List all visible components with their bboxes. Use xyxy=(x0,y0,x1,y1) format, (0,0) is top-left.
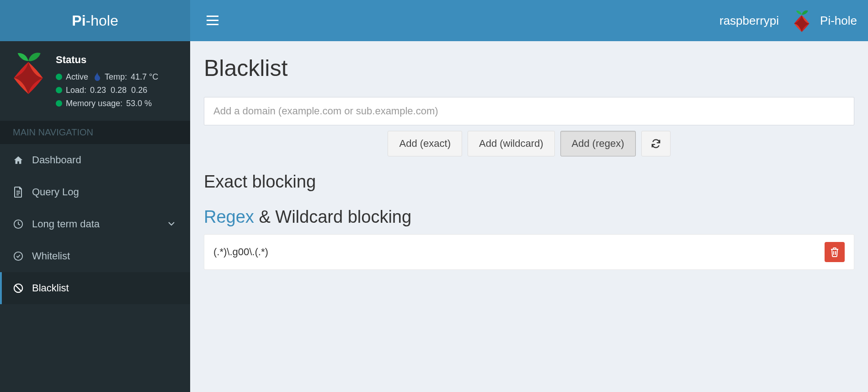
sidebar-item-querylog[interactable]: Query Log xyxy=(0,176,190,208)
status-line-active: Active Temp: 41.7 °C xyxy=(56,70,158,84)
hamburger-icon xyxy=(207,16,218,26)
load-value: 0.23 0.28 0.26 xyxy=(90,84,147,97)
regex-heading-rest: & Wildcard blocking xyxy=(254,207,411,226)
navbar-right: raspberrypi Pi-hole xyxy=(719,9,857,32)
load-label: Load: xyxy=(66,84,86,97)
appname-label: Pi-hole xyxy=(820,14,857,28)
refresh-icon xyxy=(651,139,661,149)
mem-label: Memory usage: xyxy=(66,97,122,110)
status-dot-icon xyxy=(56,100,62,107)
svg-point-7 xyxy=(14,252,22,260)
temp-value: 41.7 °C xyxy=(131,70,158,84)
svg-rect-2 xyxy=(207,24,218,25)
svg-rect-0 xyxy=(207,16,218,17)
content: Blacklist Add (exact) Add (wildcard) Add… xyxy=(190,41,868,392)
sidebar-item-dashboard[interactable]: Dashboard xyxy=(0,144,190,176)
check-circle-icon xyxy=(13,251,24,261)
sidebar-item-label: Blacklist xyxy=(32,282,69,294)
regex-link[interactable]: Regex xyxy=(204,207,254,226)
pihole-logo-icon xyxy=(9,49,48,95)
regex-section-heading: Regex & Wildcard blocking xyxy=(204,207,854,227)
mem-value: 53.0 % xyxy=(126,97,152,110)
sidebar-item-label: Query Log xyxy=(32,186,79,198)
sidebar: Status Active Temp: 41.7 °C Load: 0.23 0… xyxy=(0,41,190,392)
domain-input[interactable] xyxy=(204,97,854,125)
delete-entry-button[interactable] xyxy=(825,242,845,262)
status-dot-icon xyxy=(56,87,62,93)
fire-icon xyxy=(94,72,101,81)
chevron-down-icon xyxy=(168,222,175,226)
exact-section-heading: Exact blocking xyxy=(204,172,854,192)
sidebar-item-blacklist[interactable]: Blacklist xyxy=(0,272,190,304)
status-title: Status xyxy=(56,54,158,66)
top-navbar: raspberrypi Pi-hole xyxy=(190,0,868,41)
refresh-button[interactable] xyxy=(641,131,671,156)
trash-icon xyxy=(830,247,839,257)
hostname-label[interactable]: raspberrypi xyxy=(719,14,779,28)
sidebar-item-longterm[interactable]: Long term data xyxy=(0,208,190,240)
svg-rect-1 xyxy=(207,20,218,21)
regex-pattern: (.*)\.g00\.(.*) xyxy=(213,246,268,258)
temp-label: Temp: xyxy=(105,70,127,84)
svg-line-9 xyxy=(16,285,21,291)
file-text-icon xyxy=(13,187,24,198)
add-wildcard-button[interactable]: Add (wildcard) xyxy=(468,131,555,156)
brand-suffix: -hole xyxy=(86,12,118,29)
page-title: Blacklist xyxy=(204,55,854,81)
sidebar-item-whitelist[interactable]: Whitelist xyxy=(0,240,190,272)
sidebar-item-label: Dashboard xyxy=(32,154,81,166)
sidebar-item-label: Long term data xyxy=(32,218,100,230)
sidebar-toggle[interactable] xyxy=(201,10,224,31)
status-line-mem: Memory usage: 53.0 % xyxy=(56,97,158,110)
ban-icon xyxy=(13,283,24,293)
content-header: Blacklist xyxy=(204,55,854,81)
pihole-logo-icon xyxy=(792,9,812,32)
main-nav: Dashboard Query Log Long term data White… xyxy=(0,144,190,304)
add-exact-button[interactable]: Add (exact) xyxy=(388,131,462,156)
sidebar-item-label: Whitelist xyxy=(32,250,70,262)
main-header: Pi-hole raspberrypi Pi-hole xyxy=(0,0,868,41)
user-menu[interactable]: Pi-hole xyxy=(792,9,857,32)
clock-icon xyxy=(13,219,24,229)
nav-section-header: MAIN NAVIGATION xyxy=(0,121,190,144)
status-dot-icon xyxy=(56,74,62,80)
brand-bold: Pi xyxy=(72,12,85,29)
brand-logo[interactable]: Pi-hole xyxy=(0,0,190,41)
add-button-row: Add (exact) Add (wildcard) Add (regex) xyxy=(204,131,854,156)
regex-entry: (.*)\.g00\.(.*) xyxy=(204,234,854,270)
home-icon xyxy=(13,155,24,165)
active-label: Active xyxy=(66,70,88,84)
status-line-load: Load: 0.23 0.28 0.26 xyxy=(56,84,158,97)
status-panel: Status Active Temp: 41.7 °C Load: 0.23 0… xyxy=(0,41,190,121)
add-regex-button[interactable]: Add (regex) xyxy=(560,131,636,156)
